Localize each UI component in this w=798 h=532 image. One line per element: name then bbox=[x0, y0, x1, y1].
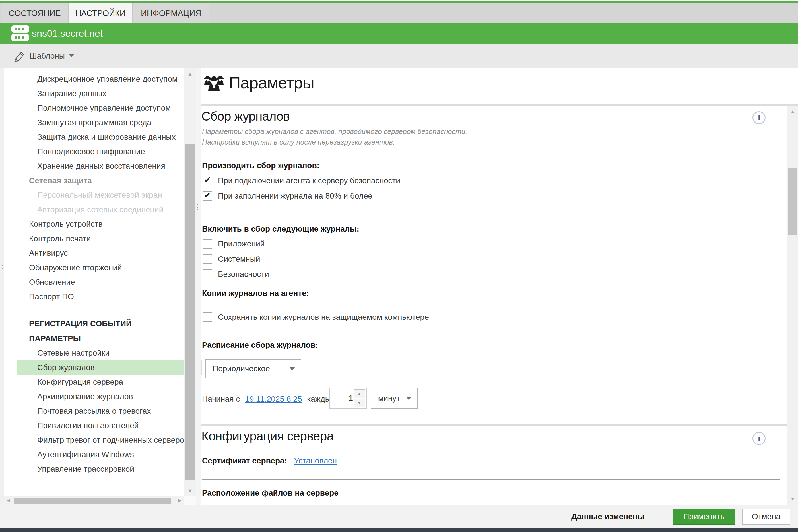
checkbox-applications-log[interactable]: ✔ bbox=[203, 239, 212, 249]
schedule-prefix: Начиная с bbox=[202, 395, 240, 403]
tree-item[interactable]: Управление трассировкой bbox=[17, 462, 202, 476]
info-icon[interactable]: i bbox=[753, 432, 765, 445]
scroll-down-icon[interactable]: ▼ bbox=[184, 485, 196, 496]
cancel-button[interactable]: Отмена bbox=[742, 509, 790, 525]
checkmark-icon: ✔ bbox=[204, 190, 211, 200]
tree-item[interactable]: Хранение данных восстановления bbox=[17, 159, 202, 173]
log-collection-description: Параметры сбора журналов с агентов, пров… bbox=[202, 126, 467, 137]
certificate-label: Сертификат сервера: bbox=[202, 456, 287, 465]
rule-divider bbox=[202, 479, 780, 480]
pencil-icon bbox=[13, 50, 25, 62]
sidebar-horizontal-scrollbar[interactable]: ◄ ► bbox=[4, 496, 184, 505]
schedule-row: Начиная с 19.11.2025 8:25 каждые bbox=[202, 394, 336, 404]
tree-item[interactable]: Защита диска и шифрование данных bbox=[17, 130, 202, 144]
tree-item[interactable]: Контроль устройств bbox=[17, 217, 193, 231]
checkbox-keep-copies[interactable]: ✔ bbox=[203, 312, 212, 322]
tree-item[interactable]: Дискреционное управление доступом bbox=[17, 72, 202, 86]
tree-item[interactable]: Замкнутая программная среда bbox=[17, 115, 202, 130]
info-icon[interactable]: i bbox=[753, 111, 765, 124]
checkbox-security-log[interactable]: ✔ bbox=[203, 269, 212, 279]
tree-item[interactable]: Фильтр тревог от подчиненных серверов bbox=[17, 433, 202, 447]
scrollbar-thumb[interactable] bbox=[186, 144, 195, 480]
chevron-down-icon bbox=[406, 397, 412, 400]
checkbox-label: Приложений bbox=[218, 239, 265, 249]
stepper-down-icon[interactable]: ▼ bbox=[354, 399, 365, 407]
tree-group-network-protection: Сетевая защита bbox=[17, 173, 193, 188]
checkbox-on-log-80-percent[interactable]: ✔ bbox=[203, 191, 212, 201]
files-location-label: Расположение файлов на сервере bbox=[202, 488, 339, 498]
section-divider bbox=[201, 104, 798, 106]
checkbox-on-agent-connect[interactable]: ✔ bbox=[203, 176, 212, 186]
bottom-dark-strip bbox=[0, 528, 798, 532]
checkmark-icon: ✔ bbox=[204, 175, 211, 185]
tree-item-disabled: Авторизация сетевых соединений bbox=[17, 202, 202, 217]
include-logs-label: Включить в сбор следующие журналы: bbox=[202, 224, 359, 234]
interval-unit-select[interactable]: минут bbox=[371, 388, 418, 409]
sidebar-vertical-scrollbar[interactable]: ▲ ▼ bbox=[184, 68, 196, 496]
server-icon bbox=[12, 25, 29, 41]
splitter-grip[interactable] bbox=[197, 204, 200, 212]
certificate-installed-link[interactable]: Установлен bbox=[294, 456, 337, 465]
schedule-start-link[interactable]: 19.11.2025 8:25 bbox=[245, 395, 302, 403]
tree-item-disabled: Персональный межсетевой экран bbox=[17, 188, 202, 202]
chevron-down-icon[interactable] bbox=[69, 54, 74, 57]
agent-copies-label: Копии журналов на агенте: bbox=[202, 288, 309, 298]
checkbox-label: Сохранять копии журналов на защищаемом к… bbox=[218, 312, 429, 322]
tree-item[interactable]: Привилегии пользователей bbox=[17, 418, 202, 433]
apply-button[interactable]: Применить bbox=[673, 509, 735, 525]
tree-item[interactable]: Почтовая рассылка о тревогах bbox=[17, 404, 202, 418]
checkbox-system-log[interactable]: ✔ bbox=[203, 254, 212, 264]
left-edge-panel bbox=[0, 68, 4, 505]
tree-item[interactable]: Полномочное управление доступом bbox=[17, 101, 202, 115]
log-collection-description: Настройки вступят в силу после перезагру… bbox=[202, 137, 395, 147]
scrollbar-thumb[interactable] bbox=[788, 168, 797, 235]
sidebar-splitter[interactable] bbox=[196, 68, 201, 505]
scroll-right-icon[interactable]: ► bbox=[175, 496, 184, 505]
toolbar: Шаблоны bbox=[0, 44, 798, 68]
chevron-down-icon bbox=[289, 367, 295, 370]
agents-parameters-icon bbox=[203, 73, 225, 92]
checkbox-label: Безопасности bbox=[218, 269, 269, 279]
left-splitter-grip[interactable] bbox=[1, 263, 3, 270]
tree-item[interactable]: Обнаружение вторжений bbox=[17, 260, 193, 275]
main-vertical-scrollbar[interactable]: ▲ ▼ bbox=[787, 106, 798, 505]
tab-settings[interactable]: НАСТРОЙКИ bbox=[68, 3, 133, 23]
checkbox-label: Системный bbox=[218, 254, 260, 264]
tree-item[interactable]: Обновление bbox=[17, 275, 193, 289]
tab-information[interactable]: ИНФОРМАЦИЯ bbox=[133, 3, 209, 23]
tab-state[interactable]: СОСТОЯНИЕ bbox=[1, 3, 68, 23]
tree-item[interactable]: Аутентификация Windows bbox=[17, 447, 202, 462]
tree-item-selected[interactable]: Сбор журналов bbox=[17, 360, 202, 375]
section-divider bbox=[201, 424, 798, 426]
tree-section-parameters[interactable]: − ПАРАМЕТРЫ bbox=[17, 331, 193, 346]
schedule-type-value: Периодическое bbox=[212, 360, 270, 378]
checkbox-label: При подключении агента к серверу безопас… bbox=[218, 176, 400, 186]
tree-item[interactable]: Полнодисковое шифрование bbox=[17, 144, 202, 159]
stepper-up-icon[interactable]: ▲ bbox=[354, 390, 365, 398]
scrollbar-thumb[interactable] bbox=[14, 498, 171, 504]
tab-bar: СОСТОЯНИЕ НАСТРОЙКИ ИНФОРМАЦИЯ bbox=[0, 3, 798, 23]
scroll-up-icon[interactable]: ▲ bbox=[787, 106, 798, 117]
scrollbar-corner bbox=[184, 496, 196, 505]
tree-item[interactable]: Контроль печати bbox=[17, 231, 193, 246]
tree-item[interactable]: Сетевые настройки bbox=[17, 346, 202, 360]
tree-item[interactable]: Антивирус bbox=[17, 246, 193, 260]
schedule-type-select[interactable]: Периодическое bbox=[205, 359, 301, 378]
app-window: СОСТОЯНИЕ НАСТРОЙКИ ИНФОРМАЦИЯ sns01.sec… bbox=[0, 0, 798, 532]
tree-item[interactable]: Паспорт ПО bbox=[17, 289, 193, 304]
interval-value[interactable]: 1 bbox=[330, 388, 353, 408]
scroll-down-icon[interactable]: ▼ bbox=[787, 493, 798, 505]
content-top-border bbox=[0, 68, 798, 68]
page-title: Параметры bbox=[229, 73, 314, 93]
templates-button[interactable]: Шаблоны bbox=[30, 52, 65, 61]
tree-section-event-registration[interactable]: + РЕГИСТРАЦИЯ СОБЫТИЙ bbox=[17, 316, 193, 331]
interval-stepper[interactable]: 1 ▲ ▼ bbox=[329, 388, 367, 409]
tree-item[interactable]: Конфигурация сервера bbox=[17, 375, 202, 389]
scroll-left-icon[interactable]: ◄ bbox=[4, 496, 13, 505]
tree-item[interactable]: Затирание данных bbox=[17, 86, 202, 101]
schedule-label: Расписание сбора журналов: bbox=[202, 340, 318, 350]
tree-item[interactable]: Архивирование журналов bbox=[17, 389, 202, 404]
server-header: sns01.secret.net bbox=[0, 23, 798, 44]
footer-bar: Данные изменены Применить Отмена bbox=[0, 505, 798, 528]
scroll-up-icon[interactable]: ▲ bbox=[184, 68, 196, 80]
